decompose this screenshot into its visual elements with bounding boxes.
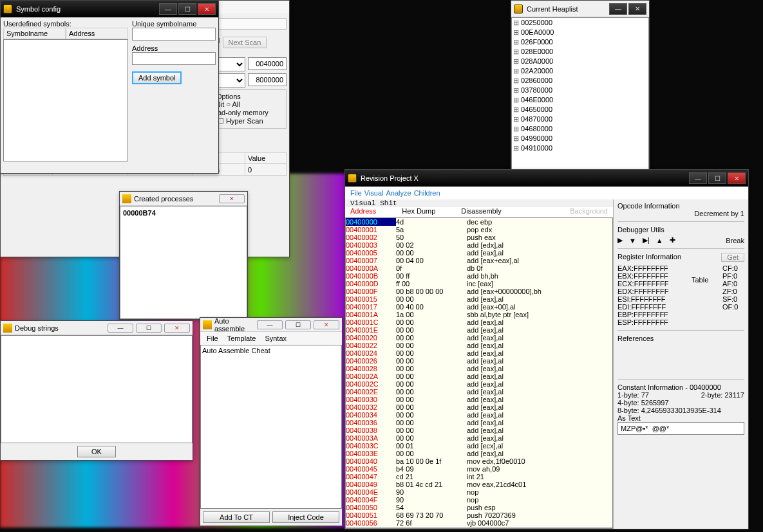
ok-button[interactable]: OK: [77, 446, 116, 457]
radio-all[interactable]: All: [226, 100, 240, 108]
disasm-row[interactable]: 0040000250push eax: [346, 234, 612, 241]
minimize-button[interactable]: —: [159, 3, 177, 15]
disasm-row[interactable]: 0040002600 00add [eax],al: [346, 357, 612, 365]
symbol-list[interactable]: [3, 39, 128, 161]
process-list[interactable]: 00000B74: [120, 206, 247, 319]
heap-list[interactable]: 0025000000EA0000026F0000028E0000028A0000…: [511, 17, 649, 170]
heap-item[interactable]: 028A0000: [512, 57, 648, 66]
value1-input[interactable]: [248, 57, 287, 70]
menu-analyze[interactable]: Analyze: [386, 189, 411, 197]
disasm-row[interactable]: 0040004F90nop: [346, 496, 612, 504]
get-registers-button[interactable]: Get: [721, 253, 744, 262]
disasm-row[interactable]: 004000015apop edx: [346, 226, 612, 234]
maximize-button[interactable]: ☐: [708, 172, 726, 184]
menu-file[interactable]: File: [350, 189, 362, 197]
heap-item[interactable]: 02860000: [512, 76, 648, 86]
menu-syntax[interactable]: Syntax: [261, 333, 290, 344]
disasm-row[interactable]: 00400049b8 01 4c cd 21mov eax,21cd4c01: [346, 481, 612, 488]
heap-item[interactable]: 04650000: [512, 105, 648, 115]
as-text-value[interactable]: [617, 422, 744, 435]
minimize-button[interactable]: —: [689, 172, 707, 184]
disasm-row[interactable]: 0040001500 00add [eax],al: [346, 295, 612, 303]
disasm-row[interactable]: 0040004E90nop: [346, 488, 612, 496]
heap-item[interactable]: 03780000: [512, 86, 648, 95]
symbol-addr-input[interactable]: [132, 52, 216, 65]
disasm-row[interactable]: 0040002200 00add [eax],al: [346, 342, 612, 349]
heap-item[interactable]: 04990000: [512, 134, 648, 143]
disasm-row[interactable]: 0040003200 00add [eax],al: [346, 403, 612, 411]
down-icon[interactable]: ▼: [629, 237, 636, 244]
disasm-row[interactable]: 0040005867 72 61vjb 004000bc: [346, 527, 612, 529]
disasm-row[interactable]: 0040005168 69 73 20 70push 70207369: [346, 511, 612, 519]
disasm-row[interactable]: 0040002E00 00add [eax],al: [346, 388, 612, 396]
inject-code-button[interactable]: Inject Code: [272, 511, 339, 523]
disasm-row[interactable]: 00400040ba 10 00 0e 1fmov edx,1f0e0010: [346, 457, 612, 465]
disasm-row[interactable]: 0040000F00 b8 00 00 00add [eax+00000000]…: [346, 288, 612, 295]
heap-item[interactable]: 04680000: [512, 124, 648, 134]
disasm-row[interactable]: 0040003400 00add [eax],al: [346, 411, 612, 419]
disasm-row[interactable]: 0040000700 04 00add [eax+eax],al: [346, 257, 612, 264]
minimize-button[interactable]: —: [108, 324, 133, 333]
disasm-row[interactable]: 0040002400 00add [eax],al: [346, 349, 612, 357]
disasm-row[interactable]: 0040001A1a 00sbb al,byte ptr [eax]: [346, 311, 612, 318]
disasm-row[interactable]: 0040000B00 ffadd bh,bh: [346, 272, 612, 280]
disasm-row[interactable]: 0040002C00 00add [eax],al: [346, 380, 612, 388]
disasm-row[interactable]: 0040003C00 01add [ecx],al: [346, 442, 612, 450]
heap-item[interactable]: 026F0000: [512, 37, 648, 47]
disasm-row[interactable]: 0040000300 02add [edx],al: [346, 241, 612, 249]
menu-children[interactable]: Children: [414, 189, 440, 197]
disasm-row[interactable]: 0040000Dff 00inc [eax]: [346, 280, 612, 288]
debug-list[interactable]: [1, 335, 193, 443]
disasm-row[interactable]: 0040000500 00add [eax],al: [346, 249, 612, 257]
heap-item[interactable]: 04870000: [512, 115, 648, 124]
close-button[interactable]: ✕: [628, 3, 646, 15]
disasm-row[interactable]: 0040002800 00add [eax],al: [346, 365, 612, 372]
disasm-row[interactable]: 0040002A00 00add [eax],al: [346, 372, 612, 380]
add-to-ct-button[interactable]: Add To CT: [203, 511, 270, 523]
heap-item[interactable]: 00EA0000: [512, 28, 648, 37]
disasm-row[interactable]: 0040003A00 00add [eax],al: [346, 434, 612, 442]
unique-name-input[interactable]: [132, 28, 216, 41]
disasm-row[interactable]: 0040003E00 00add [eax],al: [346, 450, 612, 457]
menu-visual[interactable]: Visual: [364, 189, 384, 197]
play-icon[interactable]: ▶: [617, 236, 623, 244]
disasm-row[interactable]: 0040005054push esp: [346, 504, 612, 511]
disasm-row[interactable]: 0040003600 00add [eax],al: [346, 419, 612, 427]
disasm-row[interactable]: 0040001C00 00add [eax],al: [346, 318, 612, 326]
heap-item[interactable]: 04910000: [512, 143, 648, 153]
disasm-row[interactable]: 00400045b4 09mov ah,09: [346, 465, 612, 473]
disasm-row[interactable]: 0040002000 00add [eax],al: [346, 334, 612, 342]
add-symbol-button[interactable]: Add symbol: [132, 71, 182, 84]
plus-icon[interactable]: ✚: [670, 236, 675, 244]
menu-template[interactable]: Template: [223, 333, 260, 344]
close-button[interactable]: ✕: [164, 324, 190, 333]
heap-item[interactable]: 00250000: [512, 18, 648, 28]
minimize-button[interactable]: —: [609, 3, 627, 15]
disasm-row[interactable]: 0040003800 00add [eax],al: [346, 427, 612, 434]
heap-item[interactable]: 028E0000: [512, 47, 648, 57]
value2-input[interactable]: [248, 73, 287, 86]
disasm-row[interactable]: 0040001700 40 00add [eax+00],al: [346, 303, 612, 311]
next-scan-button[interactable]: Next Scan: [223, 37, 267, 48]
disassembly-list[interactable]: 004000004ddec ebp004000015apop edx004000…: [345, 217, 613, 529]
minimize-button[interactable]: —: [257, 320, 283, 329]
maximize-button[interactable]: ☐: [136, 324, 162, 333]
disasm-row[interactable]: 004000004ddec ebp: [346, 218, 612, 226]
heap-item[interactable]: 02A20000: [512, 66, 648, 76]
break-button[interactable]: Break: [726, 237, 744, 244]
step-icon[interactable]: ▶|: [643, 236, 650, 244]
close-button[interactable]: ✕: [314, 320, 339, 329]
disasm-row[interactable]: 00400047cd 21int 21: [346, 473, 612, 481]
maximize-button[interactable]: ☐: [178, 3, 196, 15]
menu-file[interactable]: File: [203, 333, 222, 344]
close-button[interactable]: ✕: [198, 3, 216, 15]
heap-item[interactable]: 046E0000: [512, 95, 648, 105]
disasm-row[interactable]: 0040001E00 00add [eax],al: [346, 326, 612, 334]
disasm-row[interactable]: 0040005672 6fvjb 004000c7: [346, 519, 612, 527]
disasm-row[interactable]: 0040000A0fdb 0f: [346, 264, 612, 272]
disasm-row[interactable]: 0040003000 00add [eax],al: [346, 396, 612, 403]
maximize-button[interactable]: ☐: [285, 320, 311, 329]
close-button[interactable]: ✕: [219, 194, 245, 203]
script-list[interactable]: Auto Assemble Cheat: [200, 345, 342, 509]
eject-icon[interactable]: ▲: [656, 237, 663, 244]
